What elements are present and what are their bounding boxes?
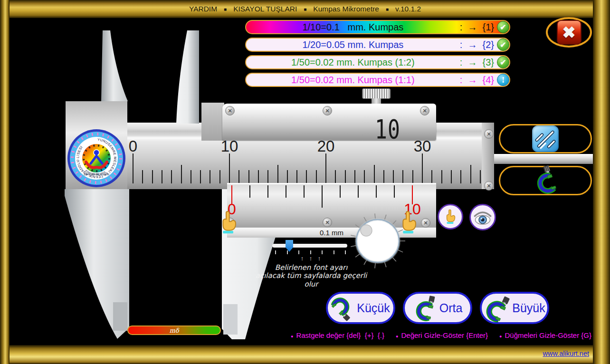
bullet-icon: ●	[499, 334, 502, 339]
scale-tick	[335, 170, 336, 183]
drag-hand-icon[interactable]	[398, 211, 419, 234]
slider-arrows: ↑ ↑ ↑	[289, 255, 334, 262]
menu-kisayol[interactable]: KISAYOL TUŞLARI	[233, 5, 297, 13]
fixed-inside-jaw	[101, 30, 128, 101]
close-button[interactable]: ✖	[546, 17, 592, 48]
scale-tick	[402, 170, 403, 183]
menu-shortcut: : → {1}	[460, 22, 494, 33]
keyboard-hints: ●Rastgele değer {del} {+} {.} ●Değeri Gi…	[291, 330, 590, 340]
micrometer-icon	[479, 289, 515, 327]
scale-tick	[393, 170, 394, 183]
fixed-jaw-face	[113, 302, 127, 331]
vernier-tick	[249, 185, 250, 198]
menu-yardim[interactable]: YARDIM	[189, 5, 217, 13]
font-slider-track[interactable]	[272, 244, 347, 248]
vernier-tick	[304, 185, 305, 198]
bullet-icon: ●	[291, 334, 293, 339]
scale-tick	[364, 170, 365, 183]
scale-tick	[229, 153, 230, 183]
scale-tick	[296, 170, 297, 183]
menu-label: 1/50=0.02 mm. Kumpas (1:2)	[246, 57, 460, 68]
vernier-tick	[394, 185, 395, 198]
screw-icon: ✕	[323, 218, 332, 227]
slider-tick	[310, 250, 311, 254]
pointer-mode-button[interactable]	[438, 204, 463, 230]
app-window: 0102030 YUNUSEMRE MESLEKİ ve TEKNİK ANAD…	[0, 0, 610, 364]
scale-tick	[258, 170, 259, 183]
scale-tick	[325, 153, 326, 183]
scale-number: 0	[129, 137, 137, 155]
menu-label: 1/20=0.05 mm. Kumpas	[246, 39, 460, 50]
scale-tick	[277, 165, 278, 183]
screw-icon: ✕	[484, 129, 494, 139]
separator-icon: ■	[224, 7, 227, 12]
menu-button-1-20[interactable]: 1/20=0.05 mm. Kumpas : → {2} ✔	[245, 38, 510, 52]
menu-button-1-50-full[interactable]: 1/50=0.02 mm. Kumpas (1:1) : → {4} !	[245, 73, 510, 87]
caliper-icon	[532, 125, 559, 152]
scale-tick	[441, 170, 442, 183]
vernier-tick	[340, 185, 341, 198]
vernier-tick	[376, 185, 377, 198]
screw-icon: ✕	[421, 218, 430, 228]
scale-tick	[171, 170, 172, 183]
close-icon: ✖	[557, 20, 581, 45]
fixed-outside-jaw	[65, 189, 129, 339]
scale-tick	[480, 170, 481, 183]
check-icon: ✔	[497, 38, 509, 51]
slider-connector	[201, 103, 224, 141]
scale-tick	[451, 170, 452, 183]
screw-icon: ✕	[323, 106, 332, 115]
size-button-large[interactable]: Büyük	[480, 292, 549, 324]
slider-tick	[287, 250, 288, 254]
size-button-small[interactable]: Küçük	[326, 292, 395, 324]
scale-tick	[470, 165, 471, 183]
scale-tick	[267, 170, 268, 183]
scale-tick	[287, 170, 288, 183]
gauge-pill: mδ	[127, 326, 221, 335]
micrometer-icon	[410, 292, 440, 324]
vernier-tick	[358, 185, 359, 198]
scale-tick	[181, 165, 182, 183]
drag-hand-icon[interactable]	[218, 211, 239, 234]
thumb-screw[interactable]	[362, 88, 391, 99]
menu-button-1-50-half[interactable]: 1/50=0.02 mm. Kumpas (1:2) : → {3} ✔	[245, 55, 510, 69]
screw-icon: ✕	[484, 181, 494, 191]
version-label: v.10.1.2	[395, 5, 421, 13]
slider-tick	[345, 250, 346, 254]
app-title: Kumpas Mikrometre	[313, 5, 379, 13]
slider-caption-line2: açılacak tüm sayfalarda geçerli olur	[251, 271, 372, 288]
screw-icon: ✕	[225, 106, 235, 115]
scale-tick	[306, 170, 307, 183]
frame-left	[0, 0, 10, 364]
size-button-medium[interactable]: Orta	[403, 292, 472, 324]
scale-tick	[316, 170, 317, 183]
size-button-label: Orta	[439, 301, 463, 315]
screw-icon: ✕	[420, 106, 429, 115]
vernier-tick	[286, 185, 286, 198]
scale-tick	[354, 170, 355, 183]
digital-readout: 10	[375, 114, 401, 147]
frame-right	[593, 0, 610, 364]
hint-item: ●Değeri Gizle-Göster {Enter}	[396, 331, 488, 339]
scale-tick	[219, 170, 220, 183]
scale-tick	[210, 170, 210, 183]
font-slider-ticks	[275, 250, 347, 255]
info-icon: !	[497, 74, 509, 86]
hint-item: ●Düğmeleri Gizle-Göster {G}	[499, 331, 591, 339]
scale-tick	[238, 170, 239, 183]
slider-tick	[275, 250, 276, 254]
movable-jaw-face	[223, 304, 238, 335]
scale-tick	[133, 153, 133, 183]
menu-button-1-10[interactable]: 1/10=0.1 mm. Kumpas : → {1} ✔	[245, 20, 510, 34]
caliper-mode-button[interactable]	[499, 124, 592, 153]
eye-icon	[473, 208, 492, 227]
scale-tick	[142, 170, 143, 183]
micrometer-mode-button[interactable]	[499, 166, 592, 195]
show-value-button[interactable]	[469, 204, 496, 230]
menu-label: 1/10=0.1 mm. Kumpas	[246, 22, 460, 33]
scale-tick	[422, 153, 423, 183]
vernier-tick	[322, 185, 323, 208]
bullet-icon: ●	[396, 334, 398, 339]
micrometer-icon	[528, 163, 563, 199]
website-link[interactable]: www.alikurt.net	[536, 350, 589, 357]
